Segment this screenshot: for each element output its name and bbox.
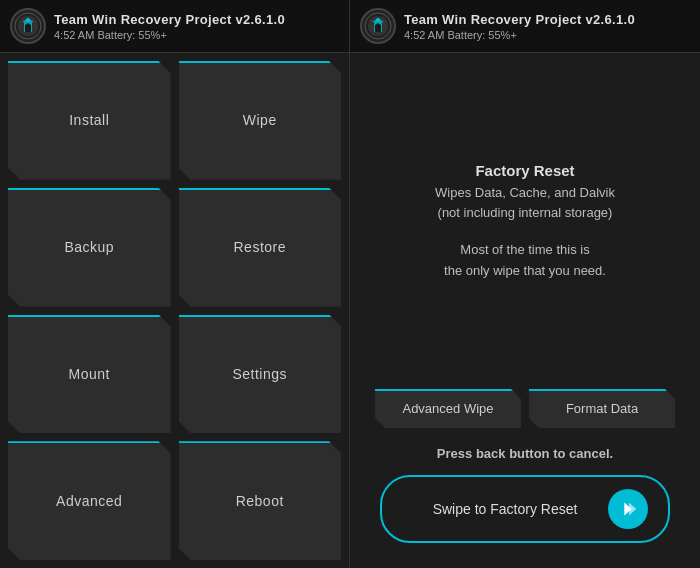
format-data-button[interactable]: Format Data (529, 389, 675, 428)
backup-button[interactable]: Backup (8, 188, 171, 307)
left-app-title: Team Win Recovery Project v2.6.1.0 (54, 12, 285, 27)
right-header: Team Win Recovery Project v2.6.1.0 4:52 … (350, 0, 700, 53)
factory-reset-description: Wipes Data, Cache, and Dalvik (not inclu… (435, 183, 615, 222)
restore-button[interactable]: Restore (179, 188, 342, 307)
left-app-subtitle: 4:52 AM Battery: 55%+ (54, 29, 285, 41)
right-panel: Team Win Recovery Project v2.6.1.0 4:52 … (350, 0, 700, 568)
settings-button[interactable]: Settings (179, 315, 342, 434)
advanced-button[interactable]: Advanced (8, 441, 171, 560)
left-panel: Team Win Recovery Project v2.6.1.0 4:52 … (0, 0, 350, 568)
factory-reset-info: Factory Reset Wipes Data, Cache, and Dal… (365, 63, 685, 381)
reboot-button[interactable]: Reboot (179, 441, 342, 560)
wipe-button[interactable]: Wipe (179, 61, 342, 180)
factory-reset-title: Factory Reset (475, 162, 574, 179)
svg-point-1 (26, 18, 30, 22)
swipe-factory-reset-button[interactable]: Swipe to Factory Reset (380, 475, 670, 543)
svg-point-3 (376, 18, 380, 22)
right-content: Factory Reset Wipes Data, Cache, and Dal… (350, 53, 700, 568)
right-header-text: Team Win Recovery Project v2.6.1.0 4:52 … (404, 12, 635, 41)
swipe-arrow-icon (608, 489, 648, 529)
twrp-logo (10, 8, 46, 44)
right-twrp-logo (360, 8, 396, 44)
main-button-grid: Install Wipe Backup Restore Mount Settin… (0, 53, 349, 568)
factory-reset-note: Most of the time this is the only wipe t… (444, 240, 606, 282)
swipe-button-label: Swipe to Factory Reset (402, 501, 608, 517)
right-app-subtitle: 4:52 AM Battery: 55%+ (404, 29, 635, 41)
swipe-container: Swipe to Factory Reset (365, 467, 685, 558)
action-buttons-container: Advanced Wipe Format Data (365, 381, 685, 436)
left-header-text: Team Win Recovery Project v2.6.1.0 4:52 … (54, 12, 285, 41)
install-button[interactable]: Install (8, 61, 171, 180)
mount-button[interactable]: Mount (8, 315, 171, 434)
cancel-text: Press back button to cancel. (365, 436, 685, 467)
right-app-title: Team Win Recovery Project v2.6.1.0 (404, 12, 635, 27)
left-header: Team Win Recovery Project v2.6.1.0 4:52 … (0, 0, 349, 53)
advanced-wipe-button[interactable]: Advanced Wipe (375, 389, 521, 428)
